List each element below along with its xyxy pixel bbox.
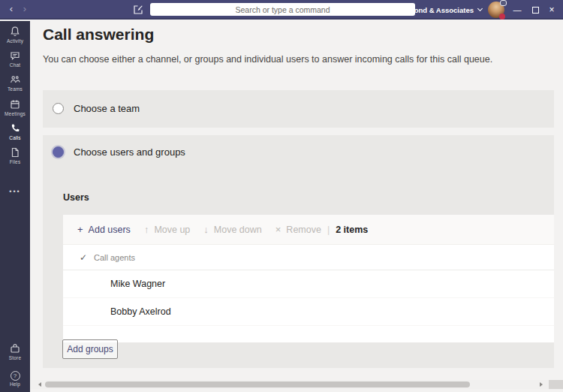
users-section-label: Users [63,192,89,203]
scrollbar-thumb[interactable] [45,381,470,387]
calendar-icon [9,98,21,110]
users-toolbar: + Add users ↑ Move up ↓ Move down × Remo… [63,215,554,245]
list-header-row: ✓ Call agents [63,245,554,270]
add-groups-button[interactable]: Add groups [62,339,118,359]
sidebar-item-teams[interactable]: Teams [0,74,30,92]
avatar-badge [500,0,507,6]
sidebar-item-files[interactable]: Files [0,146,30,164]
titlebar: ‹ › Redmond & Associates — × [0,0,563,20]
store-icon [9,342,21,354]
org-name: Redmond & Associates [394,6,474,14]
call-answering-page: Call answering You can choose either a c… [30,21,563,392]
sidebar-item-store[interactable]: Store [0,342,30,360]
close-button[interactable]: × [542,0,561,20]
users-panel: + Add users ↑ Move up ↓ Move down × Remo… [63,215,554,342]
user-name: Mike Wagner [110,279,165,289]
move-up-button[interactable]: ↑ Move up [144,224,190,235]
file-icon [9,146,21,158]
toolbar-separator: | [327,225,330,235]
more-apps-icon[interactable]: ••• [0,188,30,195]
sidebar-item-label: Teams [0,86,30,92]
arrow-up-icon: ↑ [144,224,149,235]
phone-icon [9,122,21,134]
scroll-right-icon[interactable] [540,382,543,387]
scrollbar-corner [549,380,563,389]
status-busy-dot [499,14,505,20]
page-description: You can choose either a channel, or grou… [43,54,492,65]
add-users-button[interactable]: + Add users [77,224,131,235]
move-down-button[interactable]: ↓ Move down [203,224,261,235]
new-chat-icon[interactable] [132,4,144,16]
sidebar-item-label: Calls [0,135,30,140]
sidebar-item-activity[interactable]: Activity [0,26,30,44]
plus-icon: + [77,224,83,235]
people-icon [9,74,21,86]
minimize-button[interactable]: — [507,0,527,20]
sidebar-item-label: Store [0,355,30,360]
sidebar-item-label: Activity [0,38,30,44]
move-down-label: Move down [214,225,262,235]
chevron-down-icon [477,6,483,11]
back-icon[interactable]: ‹ [6,4,17,14]
sidebar-item-calls[interactable]: Calls [0,122,30,140]
sidebar-item-label: Meetings [0,111,30,116]
page-title: Call answering [43,26,154,44]
list-column-header: Call agents [94,253,135,262]
forward-icon[interactable]: › [20,4,30,14]
chat-icon [9,50,21,62]
sidebar-item-label: Files [0,159,30,164]
app-rail: Activity Chat Teams Meetings [0,21,30,392]
x-icon: × [275,224,282,235]
help-icon: ? [11,371,20,381]
table-row[interactable]: Mike Wagner [63,270,554,298]
sidebar-item-label: Help [0,381,30,387]
table-row[interactable]: Bobby Axelrod [63,298,554,326]
choose-team-radio[interactable] [53,103,64,114]
remove-label: Remove [286,225,321,235]
choose-users-groups-label: Choose users and groups [74,146,185,158]
remove-button[interactable]: × Remove [275,224,321,235]
scroll-left-icon[interactable] [38,382,41,387]
move-up-label: Move up [154,225,190,235]
org-switcher[interactable]: Redmond & Associates [394,0,482,20]
sidebar-item-chat[interactable]: Chat [0,50,30,68]
arrow-down-icon: ↓ [203,224,209,235]
choose-team-label: Choose a team [74,103,140,114]
horizontal-scrollbar [30,380,549,389]
sidebar-item-help[interactable]: ? Help [0,371,30,387]
add-users-label: Add users [89,225,131,235]
bell-icon [9,26,21,38]
avatar[interactable] [488,2,504,18]
maximize-icon [532,7,539,14]
items-count: 2 items [336,225,368,235]
sidebar-item-meetings[interactable]: Meetings [0,98,30,116]
teams-app-window: ‹ › Redmond & Associates — × [0,0,563,392]
user-name: Bobby Axelrod [110,306,171,317]
sidebar-item-label: Chat [0,62,30,68]
option-choose-team-section: Choose a team [43,90,554,128]
check-icon: ✓ [63,252,94,263]
search-input[interactable] [150,3,415,16]
choose-users-groups-radio[interactable] [53,146,64,158]
option-choose-users-groups-section: Choose users and groups Users + Add user… [43,135,554,368]
